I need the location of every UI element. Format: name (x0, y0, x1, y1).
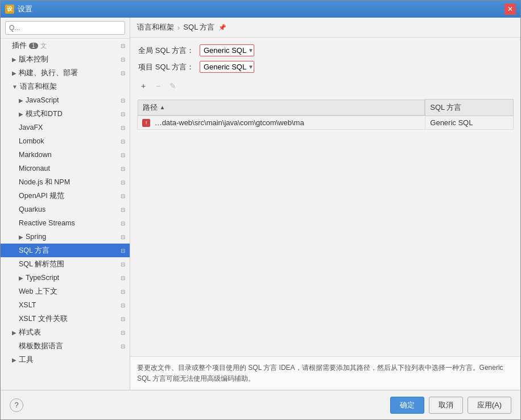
panel-body: 全局 SQL 方言： Generic SQL MySQL PostgreSQL … (130, 38, 520, 356)
title-bar-left: 设 设置 (5, 4, 32, 14)
dialect-value: Generic SQL (430, 118, 473, 127)
project-sql-row: 项目 SQL 方言： Generic SQL MySQL PostgreSQL … (137, 61, 514, 73)
xslt-label: XSLT (19, 301, 36, 309)
template-lang-label: 模板数据语言 (19, 341, 63, 351)
sidebar-item-javafx[interactable]: JavaFX ⊟ (1, 121, 130, 134)
right-panel: 语言和框架 › SQL 方言 📌 全局 SQL 方言： Generic SQL … (130, 18, 520, 390)
style-table-label: 样式表 (19, 328, 41, 337)
footer: ? 确定 取消 应用(A) (1, 390, 520, 419)
sidebar-item-web-context[interactable]: Web 上下文 ⊟ (1, 285, 130, 298)
sidebar-item-version-control[interactable]: 版本控制 ⊟ (1, 52, 130, 66)
path-value: …data-web\src\main\java\com\gtcom\web\ma (155, 118, 304, 127)
global-sql-row: 全局 SQL 方言： Generic SQL MySQL PostgreSQL … (137, 44, 514, 56)
project-sql-select-wrapper: Generic SQL MySQL PostgreSQL Oracle SQL … (200, 61, 254, 73)
sidebar-item-spring[interactable]: Spring ⊟ (1, 230, 130, 244)
sql-parse-scope-label: SQL 解析范围 (19, 260, 64, 269)
plugins-badge: 1 (29, 43, 38, 49)
build-arrow (12, 70, 16, 76)
version-control-icon: ⊟ (121, 56, 125, 63)
path-file-icon: f (142, 119, 150, 127)
table-row[interactable]: f …data-web\src\main\java\com\gtcom\web\… (138, 116, 514, 130)
sidebar-item-sql-dialect[interactable]: SQL 方言 ⊟ (1, 244, 130, 257)
cancel-button[interactable]: 取消 (429, 397, 463, 414)
xslt-file-assoc-icon: ⊟ (121, 316, 125, 322)
template-lang-icon: ⊟ (121, 343, 125, 349)
sidebar-item-lang-framework[interactable]: 语言和框架 (1, 80, 130, 93)
lombok-icon: ⊟ (121, 138, 125, 145)
sort-arrow-icon: ▲ (160, 104, 166, 110)
spring-arrow (19, 234, 23, 240)
build-label: 构建、执行、部署 (19, 68, 78, 78)
dialect-table: 路径 ▲ SQL 方言 f …data-web\src\ (137, 99, 514, 130)
sidebar-item-javascript[interactable]: JavaScript ⊟ (1, 93, 130, 107)
sidebar-item-quarkus[interactable]: Quarkus ⊟ (1, 203, 130, 216)
search-input[interactable] (5, 21, 125, 35)
sidebar-item-pattern-dtd[interactable]: 模式和DTD ⊟ (1, 107, 130, 121)
style-table-arrow (12, 330, 16, 336)
sql-dialect-icon: ⊟ (121, 248, 125, 254)
sidebar-item-template-lang[interactable]: 模板数据语言 ⊟ (1, 339, 130, 353)
sidebar-item-xslt-file-assoc[interactable]: XSLT 文件关联 ⊟ (1, 312, 130, 326)
sidebar-item-lombok[interactable]: Lombok ⊟ (1, 134, 130, 148)
close-button[interactable]: ✕ (505, 3, 516, 15)
table-cell-dialect: Generic SQL (425, 116, 514, 130)
footer-buttons: 确定 取消 应用(A) (390, 397, 511, 414)
main-content: 插件 1 文 ⊟ 版本控制 ⊟ 构建、执行、部署 ⊟ 语言和框架 (1, 18, 520, 390)
sidebar-item-plugins[interactable]: 插件 1 文 ⊟ (1, 39, 130, 52)
sidebar-item-reactive-streams[interactable]: Reactive Streams ⊟ (1, 216, 130, 230)
ok-button[interactable]: 确定 (390, 397, 424, 414)
micronaut-label: Micronaut (19, 164, 50, 172)
openapi-icon: ⊟ (121, 193, 125, 199)
sidebar-item-typescript[interactable]: TypeScript ⊟ (1, 271, 130, 285)
breadcrumb-current: SQL 方言 (183, 22, 214, 32)
remove-button[interactable]: − (152, 80, 164, 92)
panel-header: 语言和框架 › SQL 方言 📌 (130, 18, 520, 38)
openapi-label: OpenAPI 规范 (19, 191, 64, 201)
global-sql-label: 全局 SQL 方言： (137, 46, 194, 56)
version-control-label: 版本控制 (19, 55, 48, 64)
title-bar: 设 设置 ✕ (1, 1, 520, 18)
sidebar-item-openapi[interactable]: OpenAPI 规范 ⊟ (1, 189, 130, 203)
reactive-streams-label: Reactive Streams (19, 219, 75, 227)
javascript-arrow (19, 97, 23, 104)
search-box (1, 18, 130, 39)
web-context-label: Web 上下文 (19, 287, 57, 297)
sidebar: 插件 1 文 ⊟ 版本控制 ⊟ 构建、执行、部署 ⊟ 语言和框架 (1, 18, 130, 390)
add-button[interactable]: + (137, 80, 150, 92)
edit-button[interactable]: ✎ (167, 80, 179, 92)
tools-arrow (12, 357, 16, 363)
sidebar-item-sql-parse-scope[interactable]: SQL 解析范围 ⊟ (1, 257, 130, 271)
sidebar-item-xslt[interactable]: XSLT ⊟ (1, 298, 130, 312)
breadcrumb-separator: › (177, 23, 180, 32)
col-path-label: 路径 (143, 102, 158, 113)
spring-icon: ⊟ (121, 234, 125, 240)
sidebar-item-style-table[interactable]: 样式表 ⊟ (1, 326, 130, 339)
sidebar-item-micronaut[interactable]: Micronaut ⊟ (1, 162, 130, 175)
build-icon: ⊟ (121, 70, 125, 76)
lang-framework-arrow (12, 84, 18, 90)
nodejs-npm-icon: ⊟ (121, 179, 125, 186)
global-sql-select[interactable]: Generic SQL MySQL PostgreSQL Oracle SQL … (200, 45, 258, 56)
javascript-icon: ⊟ (121, 97, 125, 104)
sidebar-item-nodejs-npm[interactable]: Node.js 和 NPM ⊟ (1, 175, 130, 189)
project-sql-select[interactable]: Generic SQL MySQL PostgreSQL Oracle SQL … (200, 61, 258, 72)
apply-button[interactable]: 应用(A) (468, 397, 511, 414)
javascript-label: JavaScript (26, 96, 59, 104)
settings-dialog: 设 设置 ✕ 插件 1 文 ⊟ 版本控制 ⊟ (0, 0, 521, 420)
pattern-dtd-arrow (19, 111, 23, 117)
help-icon: ? (14, 401, 18, 409)
col-dialect-header: SQL 方言 (425, 100, 514, 116)
sql-parse-scope-icon: ⊟ (121, 261, 125, 267)
markdown-label: Markdown (19, 151, 52, 159)
table-toolbar: + − ✎ (137, 77, 514, 94)
plugins-lang-icon: 文 (40, 42, 47, 50)
spring-label: Spring (26, 233, 46, 241)
plugins-label: 插件 (12, 41, 27, 51)
sidebar-item-build[interactable]: 构建、执行、部署 ⊟ (1, 66, 130, 80)
web-context-icon: ⊟ (121, 289, 125, 295)
breadcrumb-parent: 语言和框架 (137, 22, 174, 32)
help-button[interactable]: ? (10, 398, 23, 412)
sidebar-item-markdown[interactable]: Markdown ⊟ (1, 148, 130, 162)
sidebar-item-tools[interactable]: 工具 (1, 353, 130, 367)
nodejs-npm-label: Node.js 和 NPM (19, 178, 70, 187)
